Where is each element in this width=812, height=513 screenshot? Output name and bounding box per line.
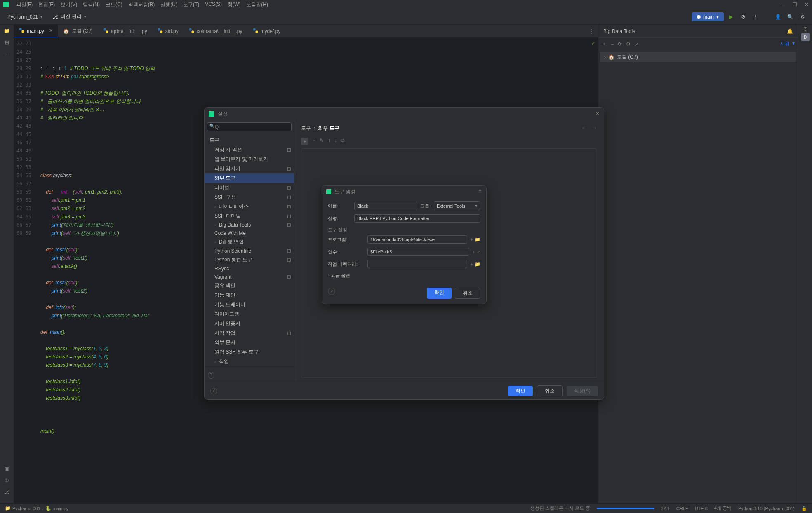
- settings-tree-item[interactable]: Code With Me: [205, 229, 294, 237]
- settings-tree-item[interactable]: 외부 문서: [205, 338, 294, 347]
- support-link[interactable]: 지원: [780, 40, 790, 47]
- maximize-icon[interactable]: ☐: [793, 2, 797, 7]
- settings-tree-item[interactable]: 원격 SSH 외부 도구: [205, 347, 294, 357]
- settings-tree-item[interactable]: 다이어그램: [205, 309, 294, 319]
- structure-tool-icon[interactable]: ⊞: [3, 39, 11, 46]
- menu-item[interactable]: 탐색(N): [80, 1, 102, 8]
- encoding[interactable]: UTF-8: [695, 506, 708, 511]
- tool-desc-input[interactable]: [354, 214, 480, 223]
- account-button[interactable]: 👤: [772, 12, 783, 22]
- settings-tree-item[interactable]: 저장 시 액션: [205, 145, 294, 155]
- breadcrumb-file[interactable]: main.py: [53, 506, 69, 511]
- tool-group-select[interactable]: External Tools▾: [434, 201, 480, 210]
- browse-icon[interactable]: 📁: [475, 237, 480, 242]
- tool-name-input[interactable]: [354, 202, 417, 210]
- settings-tree-item[interactable]: SSH 터미널: [205, 211, 294, 221]
- line-ending[interactable]: CRLF: [676, 506, 688, 511]
- problems-tool-icon[interactable]: ①: [3, 477, 11, 484]
- insert-macro-icon[interactable]: +: [471, 237, 473, 242]
- settings-tree-item[interactable]: Python 통합 도구: [205, 255, 294, 265]
- settings-button[interactable]: ⚙: [797, 12, 808, 22]
- run-config-button[interactable]: ⬢ main ▾: [692, 12, 724, 21]
- add-icon[interactable]: ＋: [602, 40, 607, 47]
- interpreter[interactable]: Python 3.10 (Pycharm_001): [738, 506, 795, 511]
- indent[interactable]: 4개 공백: [714, 505, 732, 511]
- settings-tree-item[interactable]: Vagrant: [205, 273, 294, 281]
- menu-item[interactable]: 편집(E): [36, 1, 57, 8]
- more-tool-icon[interactable]: ⋯: [3, 50, 11, 58]
- settings-tree-item[interactable]: ›작업: [205, 357, 294, 366]
- settings-tree-item[interactable]: 공유 색인: [205, 281, 294, 290]
- args-input[interactable]: [367, 248, 469, 256]
- tool-ok-button[interactable]: 확인: [427, 288, 452, 299]
- tool-cancel-button[interactable]: 취소: [455, 288, 480, 299]
- insert-macro-icon[interactable]: +: [471, 262, 473, 267]
- editor-tab[interactable]: colorama\__init__.py: [184, 25, 248, 37]
- settings-tree-item[interactable]: RSync: [205, 265, 294, 273]
- settings-tree[interactable]: 도구저장 시 액션웹 브라우저 및 미리보기파일 감시기외부 도구터미널SSH …: [205, 134, 294, 368]
- close-icon[interactable]: ✕: [805, 2, 809, 7]
- problems-indicator[interactable]: ✓: [591, 40, 595, 46]
- editor-tab[interactable]: mydef.py: [248, 25, 286, 37]
- settings-tree-item[interactable]: 기능 트레이너: [205, 300, 294, 309]
- menu-item[interactable]: 보기(V): [58, 1, 80, 8]
- help-icon[interactable]: ?: [328, 288, 335, 295]
- settings-tree-item[interactable]: 터미널: [205, 183, 294, 192]
- search-button[interactable]: 🔍: [785, 12, 796, 22]
- open-icon[interactable]: ↗: [635, 41, 639, 47]
- editor-tab[interactable]: 🏠로컬 (C:/): [58, 25, 98, 37]
- menu-item[interactable]: 도구(T): [181, 1, 202, 8]
- tab-more-button[interactable]: ⋮: [585, 25, 598, 37]
- settings-search-input[interactable]: [207, 122, 292, 131]
- vcs-selector[interactable]: ⎇ 버전 관리 ▾: [49, 12, 89, 22]
- close-icon[interactable]: ✕: [595, 111, 600, 117]
- run-button[interactable]: ▶: [725, 12, 736, 22]
- big-data-badge[interactable]: D: [801, 33, 810, 41]
- settings-icon[interactable]: ⚙: [626, 41, 631, 47]
- remove-tool-button[interactable]: −: [313, 138, 315, 145]
- move-down-button[interactable]: ↓: [334, 138, 337, 145]
- program-input[interactable]: [367, 235, 467, 244]
- breadcrumb-project[interactable]: Pycharm_001: [12, 506, 40, 511]
- settings-tree-item[interactable]: 서버 인증서: [205, 319, 294, 328]
- wdir-input[interactable]: [367, 260, 467, 268]
- help-icon[interactable]: ?: [210, 388, 217, 394]
- copy-tool-button[interactable]: ⧉: [341, 138, 345, 145]
- move-up-button[interactable]: ↑: [328, 138, 330, 145]
- remove-icon[interactable]: −: [611, 41, 614, 47]
- tree-root-row[interactable]: › 🏠 로컬 (C:/): [600, 52, 796, 62]
- settings-cancel-button[interactable]: 취소: [537, 385, 563, 396]
- debug-button[interactable]: ⚙: [738, 12, 748, 22]
- more-actions-button[interactable]: ⋮: [750, 12, 761, 22]
- settings-tree-item[interactable]: ›Diff 및 병합: [205, 237, 294, 247]
- settings-ok-button[interactable]: 확인: [508, 386, 533, 396]
- settings-tree-item[interactable]: SSH 구성: [205, 192, 294, 202]
- minimize-icon[interactable]: —: [780, 2, 785, 7]
- advanced-options-toggle[interactable]: › 고급 옵션: [328, 272, 480, 279]
- menu-item[interactable]: VCS(S): [202, 1, 224, 8]
- back-icon[interactable]: ←: [581, 125, 586, 132]
- refresh-icon[interactable]: ⟳: [618, 41, 622, 47]
- settings-tree-item[interactable]: 기능 제안: [205, 290, 294, 300]
- settings-tree-item[interactable]: 시작 작업: [205, 328, 294, 338]
- menu-item[interactable]: 리팩터링(R): [126, 1, 158, 8]
- add-tool-button[interactable]: ＋: [301, 138, 308, 145]
- editor-tab[interactable]: std.py: [153, 25, 184, 37]
- menu-item[interactable]: 파일(F): [14, 1, 35, 8]
- help-icon[interactable]: ?: [208, 372, 214, 379]
- settings-tree-item[interactable]: ›Big Data Tools: [205, 221, 294, 229]
- close-icon[interactable]: ✕: [478, 189, 482, 194]
- database-tool-icon[interactable]: 🗄: [803, 27, 808, 33]
- menu-item[interactable]: 코드(C): [103, 1, 125, 8]
- caret-position[interactable]: 32:1: [661, 506, 670, 511]
- menu-item[interactable]: 도움말(H): [244, 1, 271, 8]
- background-task[interactable]: 생성된 스켈레톤 다시 로드 중: [530, 505, 590, 511]
- settings-tree-item[interactable]: 도구: [205, 136, 294, 145]
- browse-icon[interactable]: 📁: [475, 262, 480, 267]
- lock-icon[interactable]: 🔒: [801, 506, 807, 511]
- insert-macro-icon[interactable]: +: [473, 249, 475, 255]
- vcs-tool-icon[interactable]: ⎇: [3, 488, 11, 496]
- close-tab-icon[interactable]: ✕: [49, 28, 53, 33]
- terminal-tool-icon[interactable]: ▣: [3, 465, 11, 473]
- settings-tree-item[interactable]: ›데이터베이스: [205, 202, 294, 211]
